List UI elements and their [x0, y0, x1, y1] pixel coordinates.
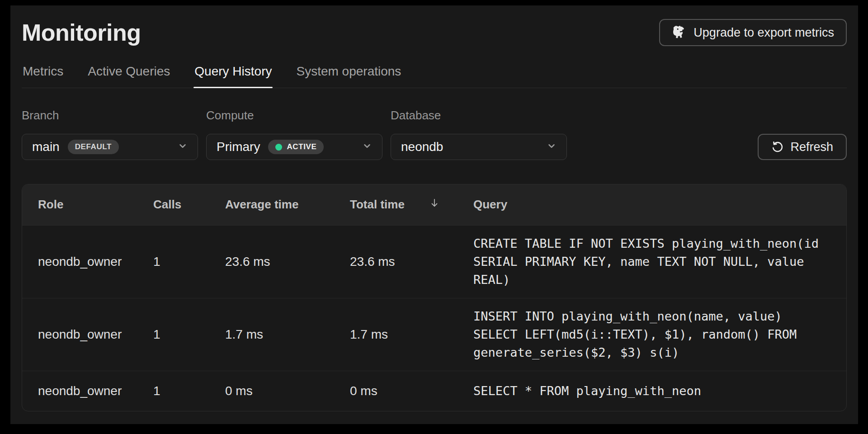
cell-query: SELECT * FROM playing_with_neon — [473, 377, 826, 405]
chevron-down-icon — [547, 141, 557, 153]
branch-label: Branch — [22, 108, 198, 123]
cell-calls: 1 — [153, 371, 225, 411]
upgrade-button-label: Upgrade to export metrics — [693, 26, 834, 40]
cell-total-time: 0 ms — [350, 371, 473, 411]
database-select[interactable]: neondb — [391, 134, 567, 160]
tab-query-history[interactable]: Query History — [193, 59, 273, 88]
compute-value: Primary — [217, 140, 260, 154]
tab-bar: Metrics Active Queries Query History Sys… — [22, 59, 847, 88]
compute-filter: Compute Primary ACTIVE — [206, 108, 382, 160]
column-header-total-time[interactable]: Total time — [350, 184, 473, 225]
cell-average-time: 23.6 ms — [225, 225, 350, 298]
tab-system-operations[interactable]: System operations — [295, 59, 402, 88]
datadog-dog-icon — [672, 25, 687, 40]
table-header-row: Role Calls Average time Total time — [22, 184, 846, 225]
table-row: neondb_owner 1 0 ms 0 ms SELECT * FROM p… — [22, 371, 846, 411]
filter-bar: Branch main DEFAULT Compute Primary — [22, 108, 847, 160]
query-history-table: Role Calls Average time Total time — [22, 184, 847, 411]
cell-calls: 1 — [153, 298, 225, 371]
column-header-query[interactable]: Query — [473, 184, 846, 225]
cell-role: neondb_owner — [22, 298, 153, 371]
chevron-down-icon — [178, 141, 188, 153]
column-header-role[interactable]: Role — [22, 184, 153, 225]
refresh-icon — [771, 141, 784, 153]
chevron-down-icon — [362, 141, 372, 153]
branch-select[interactable]: main DEFAULT — [22, 134, 198, 160]
page-header: Monitoring Upgrade to export metrics — [22, 5, 847, 47]
cell-total-time: 1.7 ms — [350, 298, 473, 371]
column-header-average-time[interactable]: Average time — [225, 184, 350, 225]
refresh-button[interactable]: Refresh — [758, 134, 847, 160]
cell-calls: 1 — [153, 225, 225, 298]
monitoring-page: Monitoring Upgrade to export metrics Met… — [10, 5, 858, 424]
database-label: Database — [391, 108, 567, 123]
cell-role: neondb_owner — [22, 225, 153, 298]
tab-metrics[interactable]: Metrics — [22, 59, 64, 88]
refresh-button-label: Refresh — [790, 140, 833, 154]
database-value: neondb — [401, 140, 443, 154]
compute-select[interactable]: Primary ACTIVE — [206, 134, 382, 160]
app-window: Monitoring Upgrade to export metrics Met… — [10, 5, 858, 424]
cell-role: neondb_owner — [22, 371, 153, 411]
table-row: neondb_owner 1 23.6 ms 23.6 ms CREATE TA… — [22, 225, 846, 298]
cell-average-time: 1.7 ms — [225, 298, 350, 371]
table-row: neondb_owner 1 1.7 ms 1.7 ms INSERT INTO… — [22, 298, 846, 371]
branch-filter: Branch main DEFAULT — [22, 108, 198, 160]
branch-value: main — [32, 140, 60, 154]
cell-average-time: 0 ms — [225, 371, 350, 411]
cell-total-time: 23.6 ms — [350, 225, 473, 298]
database-filter: Database neondb — [391, 108, 567, 160]
tab-active-queries[interactable]: Active Queries — [87, 59, 171, 88]
active-status-badge: ACTIVE — [268, 140, 324, 154]
cell-query: INSERT INTO playing_with_neon(name, valu… — [473, 305, 826, 364]
sort-descending-icon[interactable] — [429, 198, 440, 212]
upgrade-to-export-metrics-button[interactable]: Upgrade to export metrics — [659, 19, 847, 46]
default-badge: DEFAULT — [68, 140, 119, 154]
active-status-dot-icon — [275, 144, 282, 151]
cell-query: CREATE TABLE IF NOT EXISTS playing_with_… — [473, 232, 826, 292]
column-header-calls[interactable]: Calls — [153, 184, 225, 225]
compute-label: Compute — [206, 108, 382, 123]
